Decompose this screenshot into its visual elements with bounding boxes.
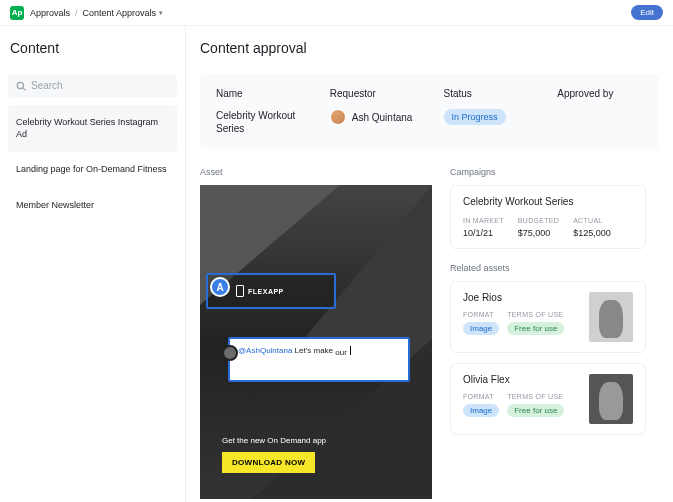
related-asset-card[interactable]: Joe Rios Format Image Terms of use Free … [450, 281, 646, 353]
format-label: Format [463, 311, 499, 318]
page-title: Content approval [200, 40, 659, 56]
related-asset-name: Joe Rios [463, 292, 579, 303]
asset-thumbnail [589, 374, 633, 424]
breadcrumb-root[interactable]: Approvals [30, 8, 70, 18]
sidebar: Content Search Celebrity Workout Series … [0, 26, 186, 502]
status-label: Status [444, 88, 530, 99]
sidebar-item-landing-page[interactable]: Landing page for On-Demand Fitness [8, 152, 177, 188]
terms-label: Terms of use [507, 311, 564, 318]
asset-preview[interactable]: A FLEXAPP @AshQuintana Let's make our Ge… [200, 185, 432, 499]
kv-label: In Market [463, 217, 504, 224]
app-badge: Ap [10, 6, 24, 20]
summary-approved-by: Approved by [557, 88, 643, 135]
breadcrumb-current-label: Content Approvals [83, 8, 157, 18]
terms-chip: Free for use [507, 322, 564, 335]
comment-text: Let's make [292, 346, 335, 355]
top-bar: Ap Approvals / Content Approvals ▾ Edit [0, 0, 673, 26]
format-chip: Image [463, 322, 499, 335]
summary-card: Name Celebrity Workout Series Requestor … [200, 74, 659, 149]
download-button: DOWNLOAD NOW [222, 452, 315, 473]
comment-partial-word: our [335, 348, 347, 357]
requestor-value[interactable]: Ash Quintana [330, 109, 416, 125]
kv-value: $125,000 [573, 228, 611, 238]
sidebar-title: Content [8, 40, 177, 56]
requestor-name: Ash Quintana [352, 112, 413, 123]
kv-label: Budgeted [518, 217, 559, 224]
annotation-text: FLEXAPP [248, 288, 284, 295]
terms-label: Terms of use [507, 393, 564, 400]
campaign-in-market: In Market 10/1/21 [463, 217, 504, 238]
svg-point-0 [17, 82, 23, 88]
format-chip: Image [463, 404, 499, 417]
mention[interactable]: @AshQuintana [238, 346, 292, 355]
related-asset-name: Olivia Flex [463, 374, 579, 385]
terms-field: Terms of use Free for use [507, 393, 564, 417]
comment-box[interactable]: @AshQuintana Let's make our [228, 337, 410, 382]
kv-value: $75,000 [518, 228, 559, 238]
format-field: Format Image [463, 311, 499, 335]
name-value: Celebrity Workout Series [216, 109, 302, 135]
search-input[interactable]: Search [8, 74, 177, 97]
campaign-card[interactable]: Celebrity Workout Series In Market 10/1/… [450, 185, 646, 249]
campaign-budgeted: Budgeted $75,000 [518, 217, 559, 238]
phone-icon [236, 285, 244, 297]
annotation-marker[interactable]: A [210, 277, 230, 297]
comment-avatar [222, 345, 238, 361]
summary-requestor: Requestor Ash Quintana [330, 88, 416, 135]
sidebar-item-celebrity-ad[interactable]: Celebrity Workout Series Instagram Ad [8, 105, 177, 152]
related-asset-card[interactable]: Olivia Flex Format Image Terms of use Fr… [450, 363, 646, 435]
terms-chip: Free for use [507, 404, 564, 417]
hero-tagline: Get the new On Demand app [222, 436, 326, 445]
terms-field: Terms of use Free for use [507, 311, 564, 335]
svg-line-1 [23, 87, 26, 90]
sidebar-item-newsletter[interactable]: Member Newsletter [8, 188, 177, 224]
campaign-actual: Actual $125,000 [573, 217, 611, 238]
edit-button[interactable]: Edit [631, 5, 663, 20]
summary-name: Name Celebrity Workout Series [216, 88, 302, 135]
approved-by-label: Approved by [557, 88, 643, 99]
text-cursor [350, 346, 351, 355]
breadcrumb-current[interactable]: Content Approvals ▾ [83, 8, 164, 18]
requestor-label: Requestor [330, 88, 416, 99]
name-label: Name [216, 88, 302, 99]
related-section-label: Related assets [450, 263, 646, 273]
main-panel: Content approval Name Celebrity Workout … [186, 26, 673, 502]
asset-thumbnail [589, 292, 633, 342]
format-field: Format Image [463, 393, 499, 417]
asset-section-label: Asset [200, 167, 432, 177]
annotation-label: FLEXAPP [236, 285, 284, 297]
chevron-down-icon: ▾ [159, 9, 163, 17]
status-badge: In Progress [444, 109, 506, 125]
summary-status: Status In Progress [444, 88, 530, 135]
campaign-title: Celebrity Workout Series [463, 196, 633, 207]
search-placeholder: Search [31, 80, 63, 91]
campaigns-section-label: Campaigns [450, 167, 646, 177]
breadcrumb-separator: / [75, 8, 78, 18]
kv-label: Actual [573, 217, 611, 224]
kv-value: 10/1/21 [463, 228, 504, 238]
search-icon [16, 81, 26, 91]
avatar [330, 109, 346, 125]
format-label: Format [463, 393, 499, 400]
comment-input[interactable]: @AshQuintana Let's make our [230, 339, 408, 380]
